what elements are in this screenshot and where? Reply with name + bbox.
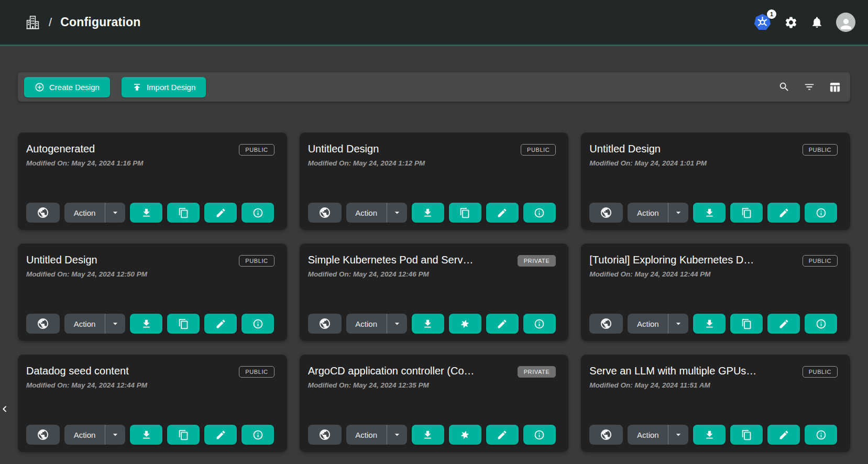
action-dropdown-button[interactable] <box>105 429 125 440</box>
design-title: Serve an LLM with multiple GPUs… <box>589 365 756 377</box>
organization-building-button[interactable] <box>25 14 40 30</box>
action-label[interactable]: Action <box>64 208 105 217</box>
download-design-button[interactable] <box>412 203 444 223</box>
download-design-button[interactable] <box>412 314 444 334</box>
table-view-button[interactable] <box>828 80 842 94</box>
action-split-button[interactable]: Action <box>346 425 407 445</box>
action-dropdown-button[interactable] <box>387 207 407 218</box>
edit-design-button[interactable] <box>204 203 237 223</box>
clone-design-button[interactable] <box>730 425 763 445</box>
action-dropdown-button[interactable] <box>668 429 688 440</box>
design-info-button[interactable] <box>241 203 274 223</box>
action-dropdown-button[interactable] <box>105 318 125 329</box>
design-card: [Tutorial] Exploring Kubernetes D… PUBLI… <box>581 244 850 341</box>
visibility-globe-button[interactable] <box>589 203 623 223</box>
download-design-button[interactable] <box>130 203 162 223</box>
create-design-button[interactable]: Create Design <box>24 77 110 97</box>
action-dropdown-button[interactable] <box>387 318 407 329</box>
action-label[interactable]: Action <box>64 319 105 328</box>
visibility-globe-button[interactable] <box>308 425 342 445</box>
download-design-button[interactable] <box>693 203 726 223</box>
action-split-button[interactable]: Action <box>628 203 688 223</box>
download-design-button[interactable] <box>130 314 162 334</box>
clone-design-button[interactable] <box>730 314 763 334</box>
action-dropdown-button[interactable] <box>387 429 407 440</box>
search-button[interactable] <box>777 80 791 94</box>
create-design-label: Create Design <box>49 83 100 92</box>
action-label[interactable]: Action <box>346 319 387 328</box>
action-label[interactable]: Action <box>628 319 668 328</box>
edit-design-button[interactable] <box>204 425 237 445</box>
edit-design-button[interactable] <box>767 314 800 334</box>
action-split-button[interactable]: Action <box>628 425 688 445</box>
design-card: Untitled Design PUBLIC Modified On: May … <box>300 132 569 230</box>
action-dropdown-button[interactable] <box>668 207 688 218</box>
clone-design-button[interactable] <box>449 314 481 334</box>
action-dropdown-button[interactable] <box>105 207 125 218</box>
edit-design-button[interactable] <box>486 425 519 445</box>
design-info-button[interactable] <box>805 425 837 445</box>
user-avatar[interactable] <box>836 13 855 32</box>
design-info-button[interactable] <box>241 314 274 334</box>
visibility-globe-button[interactable] <box>26 314 60 334</box>
action-label[interactable]: Action <box>628 208 668 217</box>
visibility-globe-button[interactable] <box>308 314 342 334</box>
clone-design-button[interactable] <box>167 203 200 223</box>
edit-design-button[interactable] <box>486 203 519 223</box>
action-label[interactable]: Action <box>346 208 387 217</box>
card-actions: Action <box>589 425 842 445</box>
filter-button[interactable] <box>803 80 816 94</box>
action-split-button[interactable]: Action <box>628 314 688 334</box>
design-info-button[interactable] <box>523 314 556 334</box>
chevron-down-icon <box>673 429 684 440</box>
edit-design-button[interactable] <box>767 425 800 445</box>
import-design-button[interactable]: Import Design <box>122 77 206 97</box>
clone-design-button[interactable] <box>449 425 481 445</box>
chevron-down-icon <box>110 429 120 440</box>
action-split-button[interactable]: Action <box>64 203 125 223</box>
download-icon <box>422 318 433 329</box>
download-design-button[interactable] <box>412 425 444 445</box>
modified-on: Modified On: May 24, 2024 12:50 PM <box>26 270 274 278</box>
design-info-button[interactable] <box>523 203 556 223</box>
visibility-globe-button[interactable] <box>26 425 60 445</box>
visibility-globe-button[interactable] <box>308 203 342 223</box>
sidebar-collapse-toggle[interactable] <box>1 403 9 415</box>
upload-icon <box>132 82 142 92</box>
action-split-button[interactable]: Action <box>64 425 125 445</box>
clone-design-button[interactable] <box>167 425 200 445</box>
modified-on: Modified On: May 24, 2024 12:44 PM <box>26 381 274 389</box>
visibility-globe-button[interactable] <box>589 425 623 445</box>
design-info-button[interactable] <box>805 203 837 223</box>
kubernetes-context-button[interactable]: 1 <box>753 13 772 31</box>
edit-design-button[interactable] <box>767 203 800 223</box>
visibility-globe-button[interactable] <box>26 203 60 223</box>
action-label[interactable]: Action <box>64 430 105 439</box>
design-info-button[interactable] <box>805 314 837 334</box>
download-design-button[interactable] <box>130 425 162 445</box>
edit-design-button[interactable] <box>204 314 237 334</box>
settings-button[interactable] <box>784 16 798 29</box>
action-label[interactable]: Action <box>628 430 668 439</box>
card-actions: Action <box>308 425 561 445</box>
clone-design-button[interactable] <box>449 203 481 223</box>
edit-design-button[interactable] <box>486 314 519 334</box>
breadcrumb: / Configuration <box>25 14 140 30</box>
visibility-globe-button[interactable] <box>589 314 623 334</box>
action-dropdown-button[interactable] <box>668 318 688 329</box>
design-title: ArgoCD application controller (Co… <box>308 365 475 377</box>
action-split-button[interactable]: Action <box>346 314 407 334</box>
download-design-button[interactable] <box>693 425 726 445</box>
action-split-button[interactable]: Action <box>346 203 407 223</box>
action-split-button[interactable]: Action <box>64 314 125 334</box>
card-actions: Action <box>589 203 842 223</box>
clone-design-button[interactable] <box>167 314 200 334</box>
visibility-badge: PUBLIC <box>521 144 556 156</box>
design-info-button[interactable] <box>523 425 556 445</box>
action-label[interactable]: Action <box>346 430 387 439</box>
notifications-button[interactable] <box>810 16 823 29</box>
design-info-button[interactable] <box>241 425 274 445</box>
download-icon <box>704 318 715 329</box>
clone-design-button[interactable] <box>730 203 763 223</box>
download-design-button[interactable] <box>693 314 726 334</box>
